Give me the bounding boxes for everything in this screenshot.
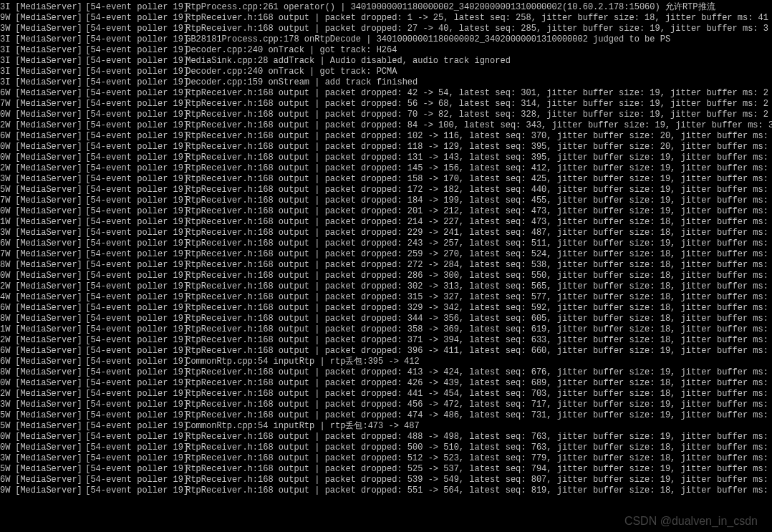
log-prefix: 8 (0, 314, 5, 324)
log-source: [MediaServer] (15, 292, 85, 303)
log-thread: [54-event poller 19] (85, 367, 185, 378)
log-message: RtpReceiver.h:168 output | packet droppe… (185, 410, 772, 421)
log-source: [MediaServer] (15, 110, 85, 120)
log-prefix: 7 (0, 99, 5, 110)
log-source: [MediaServer] (15, 410, 85, 421)
log-prefix: 3 (0, 67, 5, 77)
log-line: 6 W[MediaServer][54-event poller 19]RtpR… (0, 88, 772, 99)
log-line: 5 W[MediaServer][54-event poller 19]RtpR… (0, 185, 772, 195)
log-prefix: 6 (0, 475, 5, 485)
log-thread: [54-event poller 19] (85, 120, 185, 131)
log-line: 3 W[MediaServer][54-event poller 19]RtpR… (0, 24, 772, 34)
log-source: [MediaServer] (15, 2, 85, 13)
log-source: [MediaServer] (15, 357, 85, 367)
log-level: W (5, 400, 15, 410)
log-message: MediaSink.cpp:28 addTrack | Audio disabl… (185, 56, 772, 67)
log-line: 8 W[MediaServer][54-event poller 19]RtpR… (0, 260, 772, 271)
log-level: W (5, 260, 15, 271)
log-source: [MediaServer] (15, 421, 85, 432)
log-level: I (5, 2, 15, 13)
log-source: [MediaServer] (15, 314, 85, 324)
log-source: [MediaServer] (15, 367, 85, 378)
log-prefix: 0 (0, 110, 5, 120)
log-line: 5 W[MediaServer][54-event poller 19]RtpR… (0, 464, 772, 475)
log-message: Decoder.cpp:240 onTrack | got track: PCM… (185, 67, 772, 77)
log-source: [MediaServer] (15, 346, 85, 357)
log-level: W (5, 142, 15, 153)
log-thread: [54-event poller 19] (85, 99, 185, 110)
log-thread: [54-event poller 19] (85, 303, 185, 314)
log-prefix: 6 (0, 346, 5, 357)
log-prefix: 0 (0, 206, 5, 217)
log-line: 6 W[MediaServer][54-event poller 19]RtpR… (0, 475, 772, 485)
log-thread: [54-event poller 19] (85, 314, 185, 324)
log-source: [MediaServer] (15, 131, 85, 142)
log-source: [MediaServer] (15, 442, 85, 453)
log-message: RtpReceiver.h:168 output | packet droppe… (185, 238, 772, 249)
log-prefix: 3 (0, 2, 5, 13)
log-level: W (5, 485, 15, 496)
log-prefix: 4 (0, 292, 5, 303)
log-level: I (5, 67, 15, 77)
log-level: W (5, 195, 15, 206)
log-level: W (5, 432, 15, 442)
log-line: 8 W[MediaServer][54-event poller 19]RtpR… (0, 314, 772, 324)
log-level: W (5, 13, 15, 24)
log-source: [MediaServer] (15, 228, 85, 238)
log-message: GB28181Process.cpp:178 onRtpDecode | 340… (185, 34, 772, 45)
log-prefix: 7 (0, 195, 5, 206)
log-source: [MediaServer] (15, 464, 85, 475)
log-source: [MediaServer] (15, 281, 85, 292)
log-prefix: 3 (0, 24, 5, 34)
log-source: [MediaServer] (15, 24, 85, 34)
log-line: 3 W[MediaServer][54-event poller 19]RtpR… (0, 400, 772, 410)
log-source: [MediaServer] (15, 238, 85, 249)
log-level: I (5, 34, 15, 45)
log-line: 6 W[MediaServer][54-event poller 19]RtpR… (0, 238, 772, 249)
log-level: W (5, 228, 15, 238)
log-prefix: 0 (0, 378, 5, 389)
log-prefix: 3 (0, 453, 5, 464)
log-thread: [54-event poller 19] (85, 400, 185, 410)
log-line: 2 W[MediaServer][54-event poller 19]RtpR… (0, 163, 772, 174)
log-prefix: 0 (0, 153, 5, 163)
log-message: RtpReceiver.h:168 output | packet droppe… (185, 195, 772, 206)
log-level: W (5, 185, 15, 195)
log-source: [MediaServer] (15, 432, 85, 442)
log-source: [MediaServer] (15, 174, 85, 185)
log-thread: [54-event poller 19] (85, 45, 185, 56)
log-message: CommonRtp.cpp:54 inputRtp | rtp丢包:473 ->… (185, 421, 772, 432)
log-level: W (5, 475, 15, 485)
log-prefix: 7 (0, 249, 5, 260)
log-level: W (5, 367, 15, 378)
log-level: I (5, 45, 15, 56)
log-thread: [54-event poller 19] (85, 292, 185, 303)
log-level: W (5, 303, 15, 314)
log-message: RtpReceiver.h:168 output | packet droppe… (185, 174, 772, 185)
log-line: 0 W[MediaServer][54-event poller 19]RtpR… (0, 153, 772, 163)
log-level: W (5, 346, 15, 357)
watermark-text: CSDN @dualven_in_csdn (624, 516, 758, 526)
log-thread: [54-event poller 19] (85, 453, 185, 464)
log-prefix: 0 (0, 432, 5, 442)
log-source: [MediaServer] (15, 335, 85, 346)
log-level: W (5, 281, 15, 292)
log-level: W (5, 24, 15, 34)
log-line: 1 W[MediaServer][54-event poller 19]RtpR… (0, 217, 772, 228)
log-level: W (5, 442, 15, 453)
log-source: [MediaServer] (15, 389, 85, 400)
log-message: RtpReceiver.h:168 output | packet droppe… (185, 13, 772, 24)
log-level: W (5, 410, 15, 421)
log-level: I (5, 56, 15, 67)
log-source: [MediaServer] (15, 217, 85, 228)
log-line: 3 I[MediaServer][54-event poller 19]Deco… (0, 45, 772, 56)
log-level: W (5, 421, 15, 432)
log-thread: [54-event poller 19] (85, 249, 185, 260)
log-line: 8 W[MediaServer][54-event poller 19]RtpR… (0, 367, 772, 378)
log-prefix: 0 (0, 442, 5, 453)
log-message: RtpReceiver.h:168 output | packet droppe… (185, 367, 772, 378)
log-source: [MediaServer] (15, 99, 85, 110)
log-message: RtpReceiver.h:168 output | packet droppe… (185, 314, 772, 324)
log-thread: [54-event poller 19] (85, 346, 185, 357)
log-output[interactable]: 3 I[MediaServer][54-event poller 19]RtpP… (0, 2, 772, 496)
